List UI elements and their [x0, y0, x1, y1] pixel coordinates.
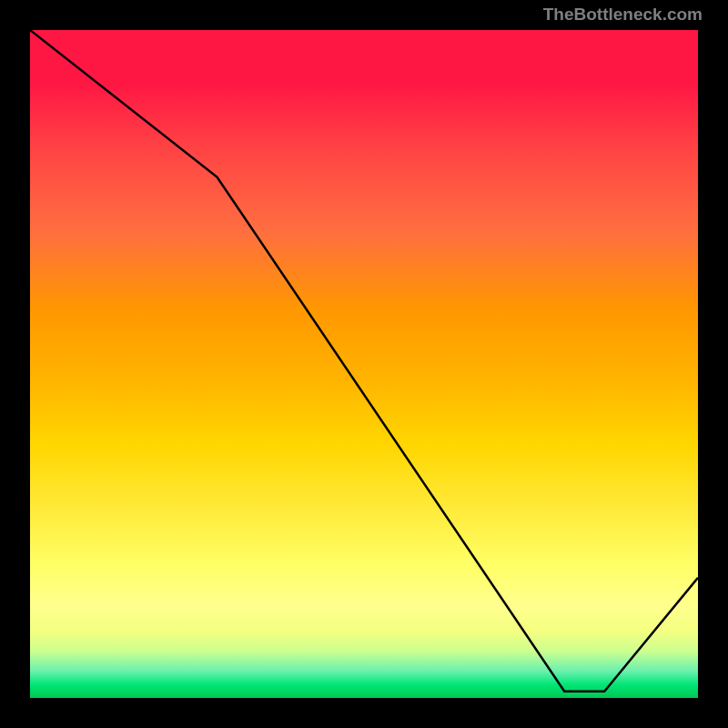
attribution-text: TheBottleneck.com — [543, 5, 703, 25]
chart-line-svg — [30, 30, 698, 698]
chart-container: TheBottleneck.com — [0, 0, 728, 728]
chart-line-path — [30, 30, 698, 692]
plot-area — [27, 27, 701, 701]
